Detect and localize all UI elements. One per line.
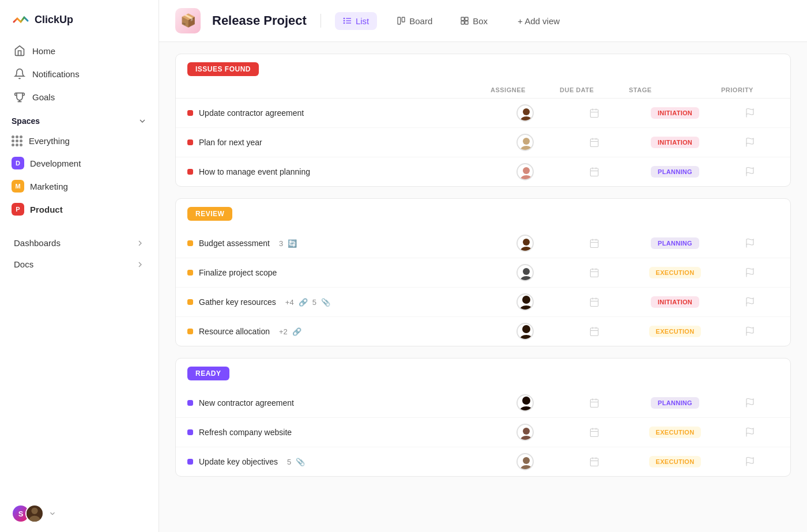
task-row[interactable]: Gather key resources +4 🔗 5 📎 INITIATION <box>176 288 790 317</box>
svg-point-64 <box>520 406 533 412</box>
sidebar-item-marketing[interactable]: M Marketing <box>5 175 154 198</box>
priority-cell <box>721 456 779 467</box>
svg-point-35 <box>523 239 530 246</box>
assignee-cell <box>491 134 560 151</box>
stage-cell: EXECUTION <box>629 456 721 467</box>
task-name-cell: New contractor agreement <box>187 398 491 408</box>
view-tab-box[interactable]: Box <box>452 12 496 30</box>
main-content: 📦 Release Project List Board Box + Add v… <box>159 0 807 532</box>
calendar-icon <box>589 297 599 307</box>
sidebar-item-everything[interactable]: Everything <box>5 130 154 152</box>
priority-cell <box>721 326 779 337</box>
sidebar-item-goals[interactable]: Goals <box>7 85 152 108</box>
due-date-cell <box>560 267 629 278</box>
meta-count: +4 <box>285 298 294 307</box>
marketing-icon: M <box>12 180 24 193</box>
home-icon <box>14 45 25 56</box>
add-view-label: + Add view <box>518 16 560 26</box>
sidebar-bottom: Dashboards Docs <box>0 232 159 275</box>
product-label: Product <box>30 205 63 214</box>
task-name-cell: Budget assessment 3 🔄 <box>187 239 491 248</box>
task-row[interactable]: Update contractor agreement INITIATION <box>176 99 790 128</box>
sidebar-nav: Home Notifications Goals <box>0 39 159 108</box>
task-row[interactable]: New contractor agreement PLANNING <box>176 388 790 418</box>
svg-point-6 <box>344 20 344 21</box>
task-dot <box>187 270 193 276</box>
task-row[interactable]: Plan for next year INITIATION <box>176 128 790 157</box>
calendar-icon <box>589 427 599 437</box>
assignee-cell <box>491 264 560 281</box>
svg-rect-65 <box>590 399 598 408</box>
task-dot <box>187 299 193 305</box>
task-name-cell: Gather key resources +4 🔗 5 📎 <box>187 297 491 307</box>
priority-cell <box>721 137 779 148</box>
sidebar: ClickUp Home Notifications Goals Spaces … <box>0 0 159 532</box>
chevron-down-icon[interactable] <box>138 116 147 126</box>
assignee-cell <box>491 104 560 122</box>
sidebar-item-product[interactable]: P Product <box>5 198 154 221</box>
meta-link-icon2: 🔗 <box>292 327 301 336</box>
task-row[interactable]: Update key objectives 5 📎 EXECUTION <box>176 447 790 476</box>
task-row[interactable]: Finalize project scope EXECUTION <box>176 258 790 288</box>
avatar <box>516 104 534 122</box>
svg-rect-13 <box>465 21 468 24</box>
task-meta: 3 🔄 <box>279 239 297 248</box>
assignee-cell <box>491 453 560 470</box>
svg-point-36 <box>521 247 532 252</box>
view-tab-board[interactable]: Board <box>389 12 440 30</box>
task-row[interactable]: Resource allocation +2 🔗 EXECUTION <box>176 317 790 346</box>
stage-cell: INITIATION <box>629 296 721 308</box>
add-view-button[interactable]: + Add view <box>510 12 568 30</box>
task-dot <box>187 139 193 145</box>
sidebar-item-home[interactable]: Home <box>7 39 152 62</box>
project-title: Release Project <box>212 13 307 28</box>
table-header-issues: ASSIGNEE DUE DATE STAGE PRIORITY <box>176 84 790 99</box>
task-name: Gather key resources <box>199 297 276 307</box>
flag-icon <box>745 267 755 278</box>
task-meta: +2 🔗 <box>279 327 301 336</box>
task-row[interactable]: Budget assessment 3 🔄 PLANNING <box>176 229 790 258</box>
group-issues-found: ISSUES FOUND ASSIGNEE DUE DATE STAGE PRI… <box>175 54 791 187</box>
stage-badge: EXECUTION <box>649 456 702 467</box>
sidebar-item-dashboards[interactable]: Dashboards <box>7 232 152 254</box>
due-date-cell <box>560 137 629 148</box>
priority-cell <box>721 398 779 408</box>
sidebar-item-docs[interactable]: Docs <box>7 254 152 275</box>
calendar-icon <box>589 108 599 118</box>
sidebar-goals-label: Goals <box>32 92 55 102</box>
task-dot <box>187 240 193 246</box>
marketing-label: Marketing <box>30 182 68 191</box>
svg-rect-12 <box>461 21 464 24</box>
everything-icon <box>12 135 23 146</box>
sidebar-item-development[interactable]: D Development <box>5 152 154 175</box>
task-dot <box>187 329 193 334</box>
stage-badge: PLANNING <box>651 166 699 178</box>
svg-point-7 <box>344 22 344 23</box>
svg-point-70 <box>523 428 530 435</box>
sidebar-item-notifications[interactable]: Notifications <box>7 62 152 85</box>
board-tab-label: Board <box>409 16 432 26</box>
meta-count2: 5 <box>312 298 316 307</box>
stage-cell: PLANNING <box>629 397 721 409</box>
view-tab-list[interactable]: List <box>335 12 377 30</box>
col-task-0 <box>187 86 491 93</box>
chevron-right-icon <box>135 239 145 248</box>
calendar-icon <box>589 267 599 278</box>
task-row[interactable]: How to manage event planning PLANNING <box>176 157 790 186</box>
svg-rect-51 <box>590 299 598 307</box>
avatar <box>516 424 534 441</box>
task-name-cell: Refresh company website <box>187 428 491 437</box>
flag-icon <box>745 297 755 307</box>
svg-point-43 <box>521 276 532 281</box>
logo[interactable]: ClickUp <box>0 0 159 39</box>
assignee-cell <box>491 394 560 412</box>
chevron-right-icon-docs <box>135 260 145 269</box>
assignee-cell <box>491 424 560 441</box>
col-stage-0: STAGE <box>629 86 721 93</box>
flag-icon <box>745 326 755 337</box>
box-tab-label: Box <box>473 16 488 26</box>
user-area[interactable]: S <box>0 495 159 532</box>
stage-badge: INITIATION <box>651 296 699 308</box>
task-name: How to manage event planning <box>199 167 310 176</box>
task-row[interactable]: Refresh company website EXECUTION <box>176 418 790 447</box>
